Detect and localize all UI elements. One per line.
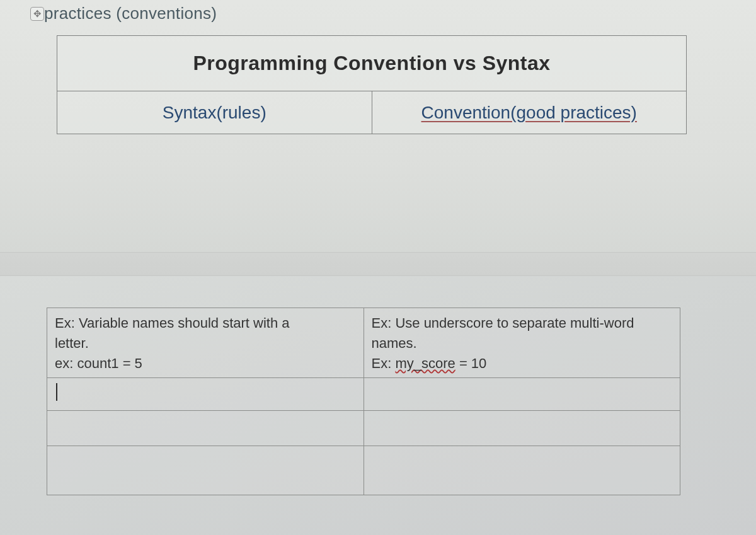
conv-ex-line2: names.	[372, 333, 674, 354]
top-fragment-text: practices (conventions)	[44, 4, 217, 23]
cell-syntax-example[interactable]: Ex: Variable names should start with a l…	[47, 308, 364, 378]
table-title-cell[interactable]: Programming Convention vs Syntax	[57, 36, 687, 91]
cell-empty-r4c1[interactable]	[47, 446, 364, 495]
col-header-convention[interactable]: Convention(good practices)	[372, 91, 687, 134]
col-header-convention-text: Convention(good practices)	[421, 103, 637, 122]
cell-empty-r4c2[interactable]	[364, 446, 680, 495]
text-cursor-icon	[56, 383, 57, 401]
table-title-text: Programming Convention vs Syntax	[193, 52, 550, 74]
cell-empty-r3c2[interactable]	[364, 410, 680, 446]
comparison-table-header[interactable]: Programming Convention vs Syntax Syntax(…	[57, 35, 687, 134]
syntax-ex-line1: Ex: Variable names should start with a	[55, 313, 357, 333]
table-move-handle-icon[interactable]: ✥	[30, 7, 44, 21]
cell-empty-r2c2[interactable]	[364, 377, 680, 410]
cell-empty-r3c1[interactable]	[47, 410, 364, 446]
top-text-fragment: ✥ practices (conventions)	[30, 4, 217, 23]
cell-cursor-left[interactable]	[47, 377, 364, 410]
document-divider-strip	[0, 252, 756, 276]
conv-ex-line1: Ex: Use underscore to separate multi-wor…	[372, 313, 674, 333]
syntax-ex-line3: ex: count1 = 5	[55, 354, 357, 374]
syntax-ex-line2: letter.	[55, 333, 357, 354]
examples-table[interactable]: Ex: Variable names should start with a l…	[47, 308, 680, 495]
col-header-syntax[interactable]: Syntax(rules)	[57, 91, 372, 134]
col-header-syntax-text: Syntax(rules)	[163, 103, 266, 122]
conv-ex-line3: Ex: my_score = 10	[372, 354, 674, 374]
cell-convention-example[interactable]: Ex: Use underscore to separate multi-wor…	[364, 308, 680, 378]
